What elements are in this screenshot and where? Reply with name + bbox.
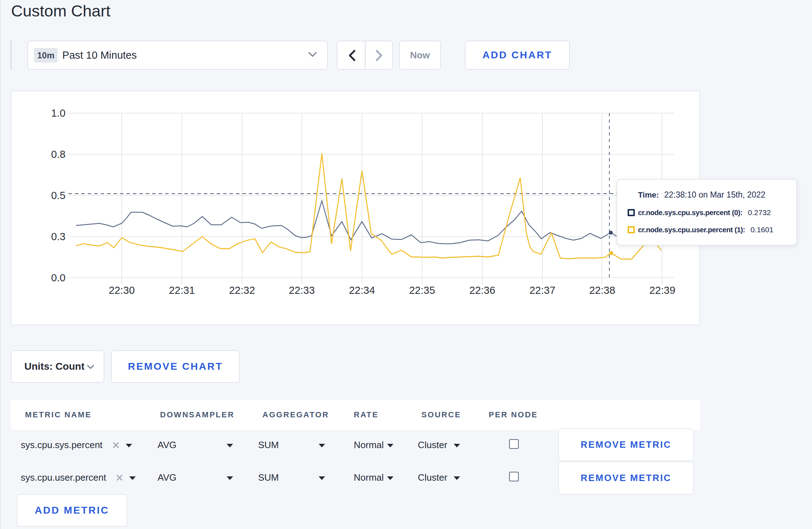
svg-text:22:33: 22:33 [289, 285, 315, 296]
svg-text:22:34: 22:34 [349, 285, 375, 296]
svg-text:0.5: 0.5 [51, 190, 66, 201]
svg-text:22:31: 22:31 [169, 285, 195, 296]
svg-text:0.3: 0.3 [51, 231, 66, 242]
svg-text:22:35: 22:35 [409, 285, 435, 296]
svg-text:22:36: 22:36 [469, 285, 496, 296]
svg-text:0.0: 0.0 [51, 272, 66, 283]
svg-text:22:30: 22:30 [109, 285, 135, 296]
svg-text:22:32: 22:32 [229, 285, 255, 296]
svg-text:22:39: 22:39 [649, 285, 676, 296]
svg-text:22:37: 22:37 [530, 285, 556, 296]
svg-text:0.8: 0.8 [51, 149, 66, 160]
svg-text:1.0: 1.0 [51, 107, 66, 119]
svg-text:22:38: 22:38 [589, 285, 615, 296]
